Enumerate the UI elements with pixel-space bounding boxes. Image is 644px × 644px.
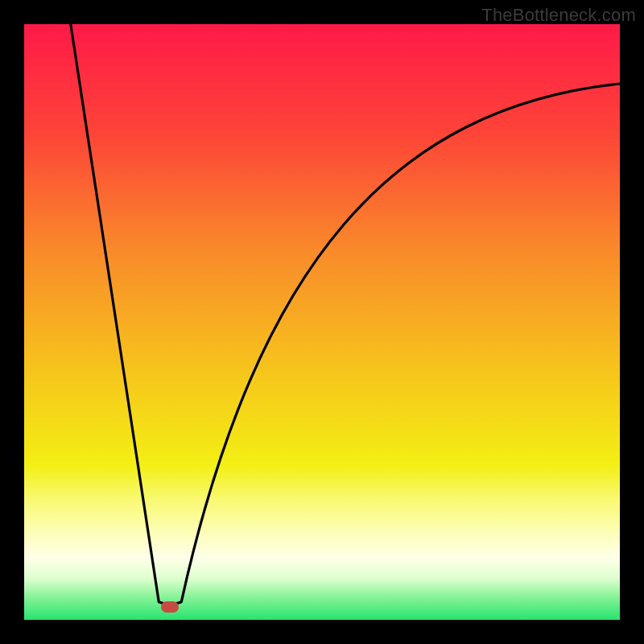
plot-area [24, 24, 620, 620]
minimum-marker [161, 601, 179, 613]
bottleneck-curve [24, 24, 620, 620]
chart-frame: TheBottleneck.com [0, 0, 644, 644]
watermark-text: TheBottleneck.com [481, 5, 636, 26]
